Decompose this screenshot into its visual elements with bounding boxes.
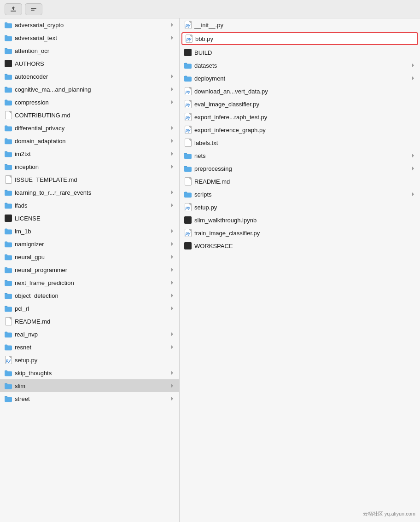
list-item[interactable]: slim_walkthrough.ipynb: [180, 214, 420, 226]
folder-icon: [184, 165, 192, 172]
file-name: adversarial_crypto: [15, 22, 169, 29]
folder-icon: [5, 343, 12, 351]
back-button[interactable]: [25, 3, 42, 15]
list-item[interactable]: BUILD: [180, 46, 420, 59]
list-item[interactable]: domain_adaptation: [0, 134, 179, 147]
svg-marker-14: [171, 191, 173, 194]
file-name: preprocessing: [194, 165, 410, 172]
svg-marker-28: [412, 64, 414, 67]
list-item[interactable]: neural_programmer: [0, 263, 179, 276]
svg-marker-12: [171, 152, 173, 156]
file-name: slim_walkthrough.ipynb: [194, 217, 416, 224]
list-item[interactable]: differential_privacy: [0, 122, 179, 134]
list-item[interactable]: pyexport_inference_graph.py: [180, 123, 420, 136]
chevron-right-icon: [169, 189, 175, 196]
list-item[interactable]: autoencoder: [0, 70, 179, 83]
list-item[interactable]: README.md: [180, 175, 420, 188]
list-item[interactable]: pydownload_an...vert_data.py: [180, 85, 420, 98]
file-name: street: [15, 395, 169, 402]
list-item[interactable]: pysetup.py: [180, 201, 420, 214]
list-item[interactable]: lm_1b: [0, 225, 179, 238]
svg-marker-26: [171, 384, 173, 388]
file-name: eval_image_classifier.py: [194, 101, 416, 108]
list-item[interactable]: deployment: [180, 72, 420, 85]
chevron-right-icon: [169, 125, 175, 131]
folder-icon: [5, 47, 12, 54]
list-item[interactable]: namignizer: [0, 238, 179, 250]
dark-icon: [5, 60, 12, 67]
svg-marker-30: [412, 154, 414, 157]
list-item[interactable]: nets: [180, 149, 420, 162]
file-name: compression: [15, 99, 169, 106]
list-item[interactable]: WORKSPACE: [180, 239, 420, 252]
list-item[interactable]: next_frame_prediction: [0, 276, 179, 289]
list-item[interactable]: pyeval_image_classifier.py: [180, 98, 420, 110]
py-icon: py: [184, 229, 192, 237]
list-item[interactable]: attention_ocr: [0, 44, 179, 57]
file-name: export_inference_graph.py: [194, 127, 416, 133]
svg-marker-8: [171, 87, 173, 91]
svg-marker-13: [171, 165, 173, 168]
list-item[interactable]: pysetup.py: [0, 354, 179, 366]
list-item[interactable]: pybbb.py: [181, 32, 418, 45]
chevron-right-icon: [169, 267, 175, 273]
list-item[interactable]: README.md: [0, 315, 179, 328]
list-item[interactable]: pyexport_infere...raph_test.py: [180, 110, 420, 123]
list-item[interactable]: inception: [0, 160, 179, 173]
upload-button[interactable]: [5, 3, 22, 15]
list-item[interactable]: compression: [0, 96, 179, 109]
file-name: attention_ocr: [15, 47, 175, 54]
folder-icon: [5, 331, 12, 338]
file-name: setup.py: [194, 204, 416, 211]
list-item[interactable]: neural_gpu: [0, 250, 179, 263]
list-item[interactable]: ISSUE_TEMPLATE.md: [0, 173, 179, 186]
py-icon: py: [185, 35, 192, 42]
list-item[interactable]: resnet: [0, 341, 179, 354]
folder-icon: [5, 395, 12, 402]
svg-marker-27: [171, 397, 173, 400]
folder-icon: [5, 279, 12, 286]
list-item[interactable]: slim: [0, 379, 179, 392]
list-item[interactable]: pcl_rl: [0, 302, 179, 315]
chevron-right-icon: [410, 152, 416, 159]
chevron-right-icon: [410, 191, 416, 197]
chevron-right-icon: [169, 138, 175, 144]
file-name: bbb.py: [195, 35, 414, 42]
folder-icon: [5, 253, 12, 261]
dark-icon: [184, 49, 192, 56]
chevron-right-icon: [169, 86, 175, 93]
list-item[interactable]: LICENSE: [0, 212, 179, 225]
list-item[interactable]: skip_thoughts: [0, 366, 179, 379]
py-icon: py: [184, 203, 192, 211]
list-item[interactable]: datasets: [180, 59, 420, 72]
list-item[interactable]: real_nvp: [0, 328, 179, 341]
file-name: __init__.py: [194, 22, 416, 29]
list-item[interactable]: street: [0, 392, 179, 405]
list-item[interactable]: im2txt: [0, 147, 179, 160]
list-item[interactable]: CONTRIBUTING.md: [0, 109, 179, 122]
chevron-right-icon: [169, 35, 175, 41]
folder-icon: [5, 21, 12, 29]
py-icon: py: [5, 356, 12, 364]
list-item[interactable]: pytrain_image_classifier.py: [180, 226, 420, 239]
list-item[interactable]: scripts: [180, 188, 420, 201]
list-item[interactable]: lfads: [0, 199, 179, 212]
folder-icon: [5, 163, 12, 170]
file-name: neural_programmer: [15, 267, 169, 273]
list-item[interactable]: cognitive_ma...and_planning: [0, 83, 179, 96]
list-item[interactable]: adversarial_crypto: [0, 18, 179, 31]
list-item[interactable]: adversarial_text: [0, 31, 179, 44]
svg-marker-5: [171, 23, 173, 27]
list-item[interactable]: object_detection: [0, 289, 179, 302]
file-name: nets: [194, 152, 410, 159]
list-item[interactable]: py__init__.py: [180, 18, 420, 31]
svg-marker-6: [171, 36, 173, 40]
svg-rect-4: [31, 10, 35, 11]
list-item[interactable]: preprocessing: [180, 162, 420, 175]
chevron-right-icon: [169, 292, 175, 299]
list-item[interactable]: AUTHORS: [0, 57, 179, 70]
list-item[interactable]: labels.txt: [180, 136, 420, 149]
file-name: LICENSE: [15, 215, 175, 222]
file-name: lfads: [15, 202, 169, 209]
list-item[interactable]: learning_to_r...r_rare_events: [0, 186, 179, 199]
